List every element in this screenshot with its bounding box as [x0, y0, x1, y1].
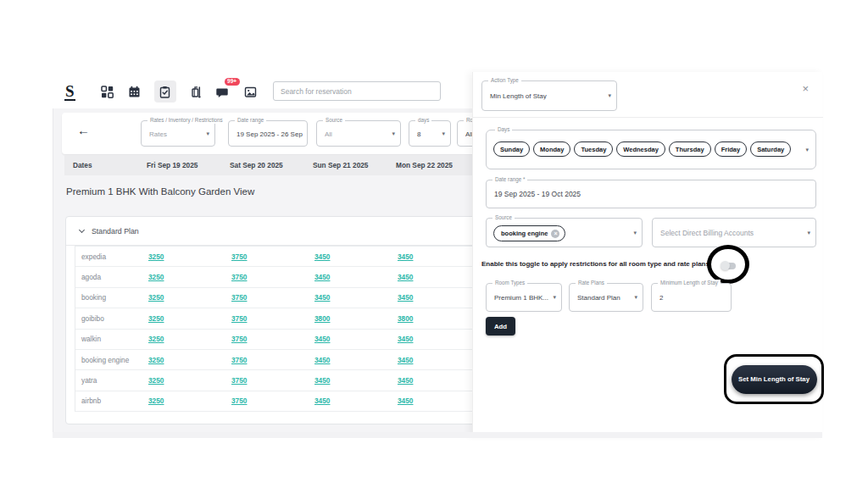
- close-icon[interactable]: ×: [802, 82, 809, 95]
- table-row: airbnb3250375034503450: [75, 391, 472, 412]
- room-types-value: Premium 1 BHK...: [494, 294, 548, 302]
- rates-clipboard-icon[interactable]: [154, 80, 176, 103]
- rate-link[interactable]: 3250: [148, 252, 164, 261]
- rate-link[interactable]: 3450: [314, 356, 330, 364]
- rate-link[interactable]: 3750: [231, 252, 247, 261]
- min-los-input[interactable]: Minimum Length of Stay 2: [651, 283, 732, 312]
- filter-room-label: Room: [464, 117, 472, 124]
- divider: [473, 117, 823, 118]
- rate-plans-select[interactable]: Rate Plans Standard Plan ▾: [569, 283, 643, 312]
- rate-link[interactable]: 3250: [148, 335, 164, 343]
- billing-placeholder: Select Direct Billing Accounts: [660, 229, 804, 237]
- rate-link[interactable]: 3450: [398, 273, 413, 281]
- rate-link[interactable]: 3450: [398, 335, 413, 343]
- rate-link[interactable]: 3250: [148, 273, 164, 281]
- min-los-label: Minimum Length of Stay: [658, 280, 721, 286]
- room-types-select[interactable]: Room Types Premium 1 BHK... ▾: [486, 283, 562, 312]
- column-header: Sun Sep 21 2025: [313, 161, 396, 169]
- rate-link[interactable]: 3800: [398, 314, 413, 323]
- day-chip[interactable]: Thursday: [669, 141, 711, 157]
- day-chip[interactable]: Monday: [533, 141, 570, 157]
- image-icon[interactable]: [243, 85, 258, 99]
- filter-days-value: 8: [417, 130, 438, 137]
- filter-days-select[interactable]: days 8 ▾: [409, 120, 451, 147]
- panel-date-range-field[interactable]: Date range * 19 Sep 2025 - 19 Oct 2025: [486, 180, 816, 208]
- rate-link[interactable]: 3250: [148, 376, 164, 385]
- rate-link[interactable]: 3750: [231, 314, 247, 323]
- chip-remove-icon[interactable]: ×: [551, 230, 559, 238]
- filter-date-range-field[interactable]: Date range 19 Sep 2025 - 26 Sep 2: [228, 120, 308, 147]
- channel-label: walkin: [81, 335, 148, 343]
- back-arrow-icon[interactable]: ←: [77, 123, 90, 137]
- action-type-select[interactable]: Action Type Min Length of Stay ▾: [481, 80, 617, 111]
- days-multiselect[interactable]: Days SundayMondayTuesdayWednesdayThursda…: [486, 130, 816, 169]
- filter-room-select[interactable]: Room All: [457, 120, 472, 147]
- rates-rows: expedia3250375034503450agoda325037503450…: [75, 246, 472, 412]
- source-chip[interactable]: booking engine ×: [493, 225, 565, 241]
- view-type-select[interactable]: Rates / Inventory / Restrictions Rates ▾: [141, 120, 215, 147]
- chevron-down-icon: ▾: [805, 147, 809, 153]
- rate-link[interactable]: 3750: [231, 335, 247, 343]
- channel-label: agoda: [81, 273, 148, 281]
- calendar-icon[interactable]: [127, 85, 142, 99]
- messages-icon[interactable]: 99+: [216, 85, 231, 99]
- rate-link[interactable]: 3450: [398, 396, 413, 405]
- source-chip-label: booking engine: [501, 230, 548, 237]
- filter-source-label: Source: [323, 117, 345, 124]
- rate-link[interactable]: 3450: [398, 356, 413, 364]
- table-header: DatesFri Sep 19 2025Sat Sep 20 2025Sun S…: [64, 155, 472, 175]
- min-los-value: 2: [659, 294, 719, 302]
- chevron-down-icon: ▾: [807, 230, 810, 236]
- rate-link[interactable]: 3750: [231, 356, 247, 364]
- day-chip[interactable]: Friday: [715, 141, 748, 157]
- plan-collapse-header[interactable]: Standard Plan: [66, 217, 472, 246]
- rate-link[interactable]: 3250: [148, 314, 164, 323]
- chevron-down-icon: [79, 226, 85, 232]
- rate-link[interactable]: 3750: [231, 293, 247, 302]
- day-chip[interactable]: Tuesday: [574, 141, 613, 157]
- dashboard-grid-icon[interactable]: [100, 85, 114, 99]
- rate-link[interactable]: 3250: [148, 356, 164, 364]
- rate-link[interactable]: 3450: [314, 396, 330, 405]
- add-button[interactable]: Add: [486, 317, 515, 336]
- rate-link[interactable]: 3450: [398, 293, 413, 302]
- channel-label: booking: [81, 293, 148, 302]
- day-chip[interactable]: Wednesday: [616, 141, 665, 157]
- rate-link[interactable]: 3450: [314, 273, 330, 281]
- luggage-trolley-icon[interactable]: [189, 85, 203, 99]
- set-min-length-of-stay-button[interactable]: Set Min Length of Stay: [732, 365, 817, 394]
- day-chip[interactable]: Saturday: [750, 141, 791, 157]
- table-row: yatra3250375034503450: [75, 370, 472, 391]
- rate-link[interactable]: 3250: [148, 396, 164, 405]
- table-row: walkin3250375034503450: [75, 330, 472, 350]
- rates-content: ← Rates / Inventory / Restrictions Rates…: [53, 108, 472, 432]
- brand-logo[interactable]: S: [64, 83, 75, 101]
- panel-source-label: Source: [492, 214, 515, 221]
- filter-source-select[interactable]: Source All ▾: [316, 120, 401, 147]
- rate-link[interactable]: 3450: [398, 376, 413, 385]
- filter-date-range-value: 19 Sep 2025 - 26 Sep 2: [236, 130, 303, 137]
- top-navigation: S 99+: [53, 75, 472, 108]
- rate-link[interactable]: 3450: [314, 293, 330, 302]
- rate-link[interactable]: 3750: [231, 376, 247, 385]
- chevron-down-icon: ▾: [553, 294, 556, 301]
- billing-accounts-select[interactable]: Select Direct Billing Accounts ▾: [652, 218, 816, 247]
- annotation-box: Set Min Length of Stay: [724, 354, 824, 404]
- rate-link[interactable]: 3450: [314, 376, 330, 385]
- day-chip[interactable]: Sunday: [493, 141, 530, 157]
- rate-link[interactable]: 3450: [314, 252, 330, 261]
- rate-link[interactable]: 3450: [398, 252, 413, 261]
- rate-link[interactable]: 3750: [231, 273, 247, 281]
- rate-link[interactable]: 3750: [231, 396, 247, 405]
- filter-date-range-label: Date range: [235, 117, 266, 124]
- apply-all-toggle[interactable]: [721, 263, 736, 269]
- panel-source-select[interactable]: Source booking engine × ▾: [486, 218, 643, 247]
- search-input[interactable]: [273, 81, 441, 101]
- rate-link[interactable]: 3450: [314, 335, 330, 343]
- rate-link[interactable]: 3800: [314, 314, 330, 323]
- min-length-of-stay-panel: Action Type Min Length of Stay ▾ × Days …: [472, 72, 822, 436]
- channel-label: booking engine: [81, 356, 148, 364]
- rate-link[interactable]: 3250: [148, 293, 164, 302]
- column-header: Sat Sep 20 2025: [230, 161, 313, 169]
- rate-plans-value: Standard Plan: [577, 294, 631, 302]
